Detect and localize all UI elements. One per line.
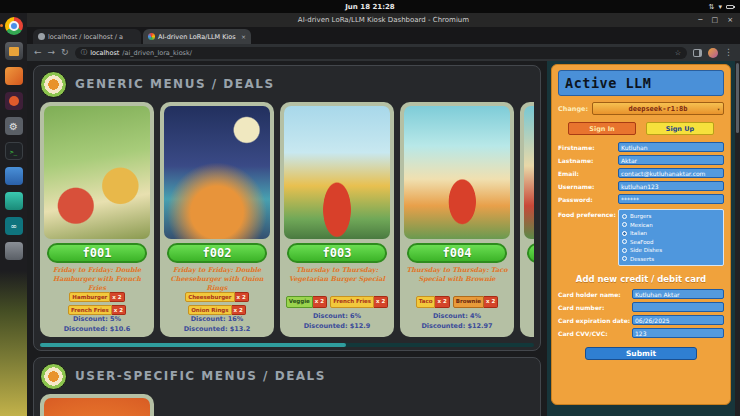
deal-discount: Discount: 5% bbox=[73, 315, 121, 323]
card-expiry-input[interactable]: 06/26/2025 bbox=[632, 315, 724, 325]
username-input[interactable]: kutluhan123 bbox=[618, 181, 724, 191]
deal-description: Thursday to Thursday: Vegetarian Burger … bbox=[284, 266, 390, 296]
deal-description: Thursday to Thursday: Taco Special with … bbox=[404, 266, 510, 296]
tag-label: Cheeseburger bbox=[185, 292, 234, 302]
deal-card-f004[interactable]: f004 Thursday to Thursday: Taco Special … bbox=[400, 102, 514, 337]
deal-illustration bbox=[44, 106, 150, 239]
deal-price: Discounted: $12.97 bbox=[421, 322, 492, 330]
deal-code-button[interactable]: f002 bbox=[167, 243, 267, 263]
email-input[interactable]: contact@kutluhanaktar.com bbox=[618, 168, 724, 178]
food-option-burgers[interactable]: Burgers bbox=[622, 212, 720, 221]
page-content: GENERIC MENUS / DEALS f001 Friday to Fri… bbox=[27, 61, 740, 416]
radio-icon[interactable] bbox=[622, 256, 627, 261]
deal-discount: Discount: 16% bbox=[191, 315, 244, 323]
deal-card-f002[interactable]: f002 Friday to Friday: Double Cheeseburg… bbox=[160, 102, 274, 337]
user-deal-card[interactable] bbox=[40, 394, 154, 416]
deal-illustration bbox=[404, 106, 510, 239]
radio-icon[interactable] bbox=[622, 239, 627, 244]
submit-button[interactable]: Submit bbox=[585, 347, 697, 360]
food-option-seafood[interactable]: SeaFood bbox=[622, 238, 720, 247]
sign-up-button[interactable]: Sign Up bbox=[646, 122, 714, 135]
page-scrollbar[interactable] bbox=[735, 61, 740, 416]
deal-code-button[interactable]: f003 bbox=[287, 243, 387, 263]
browser-toolbar: ← → ↻ ⓘ localhost /ai_driven_lora_kiosk/… bbox=[27, 44, 740, 61]
deal-code-button[interactable]: f004 bbox=[407, 243, 507, 263]
deal-card-carousel[interactable]: f001 Friday to Friday: Double Hamburger … bbox=[40, 102, 534, 339]
radio-icon[interactable] bbox=[622, 214, 627, 219]
food-option-desserts[interactable]: Desserts bbox=[622, 255, 720, 264]
tag-qty: x 2 bbox=[484, 296, 498, 308]
sign-in-button[interactable]: Sign In bbox=[568, 122, 636, 135]
deal-code-button[interactable]: f001 bbox=[47, 243, 147, 263]
reload-icon[interactable]: ↻ bbox=[61, 48, 69, 57]
user-menus-section: USER-SPECIFIC MENUS / DEALS bbox=[33, 357, 541, 416]
dock-icon-trash[interactable] bbox=[5, 242, 23, 260]
deal-card-f003[interactable]: f003 Thursday to Thursday: Vegetarian Bu… bbox=[280, 102, 394, 337]
profile-avatar[interactable] bbox=[708, 48, 718, 58]
menu-kebab-icon[interactable]: ⋮ bbox=[724, 48, 733, 57]
tag-label: Hamburger bbox=[69, 292, 110, 302]
food-option-italian[interactable]: Italian bbox=[622, 229, 720, 238]
site-info-icon[interactable]: ⓘ bbox=[81, 48, 88, 57]
deal-discount: Discount: 4% bbox=[433, 312, 481, 320]
dock-icon-terminal[interactable]: >_ bbox=[5, 142, 23, 160]
dock-icon-files[interactable] bbox=[5, 42, 23, 60]
scrollbar-thumb[interactable] bbox=[736, 63, 739, 133]
food-option-side-dishes[interactable]: Side Dishes bbox=[622, 246, 720, 255]
close-tab-icon[interactable]: × bbox=[241, 33, 246, 40]
address-bar[interactable]: ⓘ localhost /ai_driven_lora_kiosk/ ☆ bbox=[75, 47, 687, 59]
dock-icon-arduino-ide[interactable]: ∞ bbox=[5, 217, 23, 235]
dock-icon-ubuntu[interactable] bbox=[5, 92, 23, 110]
clock[interactable]: Jun 18 21:28 bbox=[345, 3, 394, 11]
radio-icon-selected[interactable] bbox=[622, 231, 627, 236]
url-path: /ai_driven_lora_kiosk/ bbox=[122, 49, 192, 57]
card-cvc-input[interactable]: 123 bbox=[632, 328, 724, 338]
food-preference-list: Burgers Mexican Italian bbox=[618, 209, 724, 266]
radio-icon[interactable] bbox=[622, 248, 627, 253]
tab-kiosk-dashboard[interactable]: AI-driven LoRa/LLM Kios × bbox=[143, 29, 251, 44]
deal-code-button[interactable]: f005 bbox=[527, 243, 534, 263]
tag-label: Taco bbox=[416, 296, 436, 308]
forward-icon[interactable]: → bbox=[48, 48, 56, 57]
window-titlebar[interactable]: AI-driven LoRa/LLM Kiosk Dashboard - Chr… bbox=[27, 13, 740, 27]
bookmark-star-icon[interactable]: ☆ bbox=[675, 49, 681, 57]
change-label: Change: bbox=[558, 105, 588, 113]
url-host: localhost bbox=[90, 49, 119, 57]
tab-bar: localhost / localhost / a AI-driven LoRa… bbox=[27, 27, 740, 44]
user-section-header: USER-SPECIFIC MENUS / DEALS bbox=[40, 361, 534, 391]
dock-icon-text-editor[interactable] bbox=[5, 167, 23, 185]
dock-icon-software-store[interactable] bbox=[5, 67, 23, 85]
dock-icon-chromium[interactable] bbox=[5, 17, 23, 35]
lastname-input[interactable]: Aktar bbox=[618, 155, 724, 165]
deal-card-f005[interactable]: f005 Thursday to Thursday: Burrito Speci… bbox=[520, 102, 534, 337]
dock-icon-settings[interactable]: ⚙ bbox=[5, 117, 23, 135]
card-number-input[interactable] bbox=[632, 302, 724, 312]
maximize-icon[interactable]: □ bbox=[712, 16, 719, 24]
minimize-icon[interactable]: ─ bbox=[698, 16, 702, 24]
system-top-bar: Jun 18 21:28 ⇅ ▾ bbox=[0, 0, 740, 13]
deal-card-f001[interactable]: f001 Friday to Friday: Double Hamburger … bbox=[40, 102, 154, 337]
radio-icon[interactable] bbox=[622, 222, 627, 227]
add-card-title: Add new credit / debit card bbox=[558, 274, 724, 284]
card-holder-input[interactable]: Kutluhan Aktar bbox=[632, 289, 724, 299]
tab-localhost[interactable]: localhost / localhost / a bbox=[33, 29, 141, 44]
card-number-label: Card number: bbox=[558, 304, 632, 311]
side-panel-icon[interactable] bbox=[693, 49, 702, 57]
dock-icon-media-player[interactable] bbox=[5, 192, 23, 210]
back-icon[interactable]: ← bbox=[34, 48, 42, 57]
scrollbar-thumb[interactable] bbox=[40, 343, 346, 347]
close-icon[interactable]: × bbox=[727, 16, 733, 24]
llm-model-select[interactable]: deepseek-r1:8b ▾ bbox=[592, 102, 724, 115]
kiosk-food-logo bbox=[40, 71, 67, 98]
card-expiry-label: Card expiration date: bbox=[558, 317, 632, 324]
system-tray[interactable]: ⇅ ▾ bbox=[709, 0, 734, 13]
deal-description: Thursday to Thursday: Burrito Special bbox=[524, 266, 534, 296]
firstname-input[interactable]: Kutluhan bbox=[618, 142, 724, 152]
window-title: AI-driven LoRa/LLM Kiosk Dashboard - Chr… bbox=[298, 16, 469, 24]
password-input[interactable]: ****** bbox=[618, 194, 724, 204]
food-option-mexican[interactable]: Mexican bbox=[622, 221, 720, 230]
user-deal-card-carousel[interactable] bbox=[40, 394, 534, 416]
lastname-label: Lastname: bbox=[558, 157, 618, 164]
cards-horizontal-scrollbar[interactable] bbox=[40, 343, 534, 347]
tag-label: Brownie bbox=[453, 296, 484, 308]
